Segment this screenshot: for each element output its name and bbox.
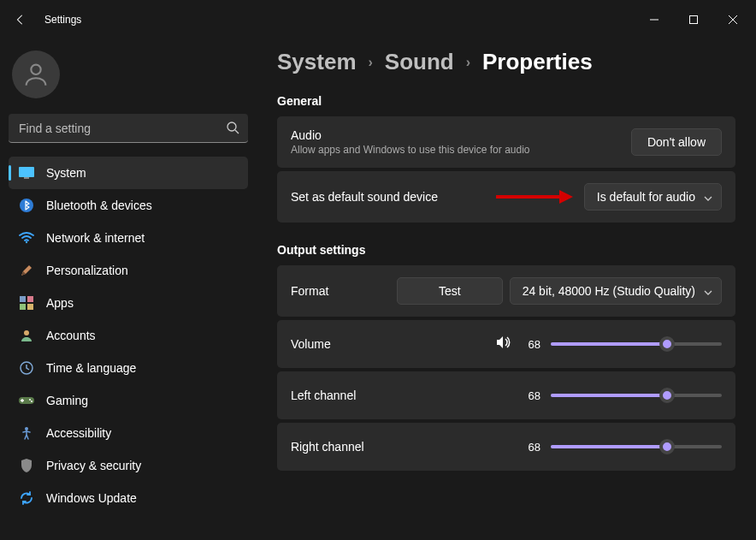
search-box[interactable] bbox=[9, 114, 248, 143]
window-title: Settings bbox=[44, 14, 81, 26]
chevron-down-icon bbox=[704, 190, 712, 204]
audio-title: Audio bbox=[291, 128, 631, 142]
svg-point-13 bbox=[24, 330, 29, 335]
svg-rect-1 bbox=[690, 15, 698, 23]
apps-icon bbox=[19, 295, 34, 311]
right-channel-label: Right channel bbox=[291, 440, 522, 454]
chevron-right-icon: › bbox=[466, 55, 470, 70]
sidebar: System Bluetooth & devices Network & int… bbox=[0, 39, 257, 540]
nav-item-time[interactable]: Time & language bbox=[9, 352, 248, 384]
left-channel-card: Left channel 68 bbox=[277, 371, 735, 419]
default-device-label: Set as default sound device bbox=[291, 190, 584, 204]
nav-item-accessibility[interactable]: Accessibility bbox=[9, 417, 248, 449]
svg-rect-11 bbox=[20, 304, 26, 310]
nav-list: System Bluetooth & devices Network & int… bbox=[9, 157, 248, 514]
nav-item-network[interactable]: Network & internet bbox=[9, 222, 248, 254]
nav-item-system[interactable]: System bbox=[9, 157, 248, 189]
back-button[interactable] bbox=[3, 3, 38, 37]
svg-point-17 bbox=[31, 401, 32, 402]
person-icon bbox=[19, 328, 34, 343]
breadcrumb-sound[interactable]: Sound bbox=[385, 49, 454, 75]
breadcrumb-system[interactable]: System bbox=[277, 49, 357, 75]
nav-label: System bbox=[46, 166, 86, 180]
nav-item-apps[interactable]: Apps bbox=[9, 287, 248, 319]
clock-icon bbox=[19, 360, 34, 376]
svg-rect-12 bbox=[27, 304, 33, 310]
user-avatar[interactable] bbox=[12, 50, 60, 98]
search-input[interactable] bbox=[9, 114, 248, 143]
dont-allow-button[interactable]: Don't allow bbox=[631, 128, 722, 156]
section-output: Output settings bbox=[277, 243, 735, 257]
nav-label: Time & language bbox=[46, 361, 136, 375]
svg-rect-10 bbox=[27, 296, 33, 302]
default-device-dropdown[interactable]: Is default for audio bbox=[584, 183, 722, 211]
test-button[interactable]: Test bbox=[397, 277, 503, 305]
nav-label: Apps bbox=[46, 296, 74, 310]
volume-slider[interactable] bbox=[551, 342, 722, 346]
nav-item-personalization[interactable]: Personalization bbox=[9, 254, 248, 287]
format-card: Format Test 24 bit, 48000 Hz (Studio Qua… bbox=[277, 265, 735, 317]
chevron-down-icon bbox=[704, 284, 712, 298]
volume-value: 68 bbox=[522, 338, 540, 351]
nav-label: Windows Update bbox=[46, 491, 137, 505]
right-channel-card: Right channel 68 bbox=[277, 423, 735, 471]
format-dropdown[interactable]: 24 bit, 48000 Hz (Studio Quality) bbox=[510, 277, 722, 305]
dropdown-value: 24 bit, 48000 Hz (Studio Quality) bbox=[523, 284, 695, 298]
right-slider[interactable] bbox=[551, 445, 722, 448]
nav-label: Bluetooth & devices bbox=[46, 199, 152, 212]
window-controls bbox=[635, 6, 753, 33]
left-slider[interactable] bbox=[551, 394, 722, 397]
audio-card: Audio Allow apps and Windows to use this… bbox=[277, 116, 735, 168]
nav-item-bluetooth[interactable]: Bluetooth & devices bbox=[9, 189, 248, 222]
display-icon bbox=[19, 165, 34, 181]
close-button[interactable] bbox=[713, 6, 753, 33]
nav-label: Accessibility bbox=[46, 426, 111, 440]
accessibility-icon bbox=[19, 425, 34, 441]
nav-label: Personalization bbox=[46, 264, 128, 277]
minimize-button[interactable] bbox=[635, 6, 674, 33]
left-value: 68 bbox=[522, 389, 540, 402]
svg-rect-6 bbox=[24, 177, 29, 179]
format-label: Format bbox=[291, 284, 397, 298]
nav-item-privacy[interactable]: Privacy & security bbox=[9, 449, 248, 482]
titlebar: Settings bbox=[0, 0, 756, 39]
chevron-right-icon: › bbox=[369, 55, 373, 70]
volume-label: Volume bbox=[291, 337, 496, 351]
gamepad-icon bbox=[19, 393, 34, 408]
volume-card: Volume 68 bbox=[277, 320, 735, 368]
breadcrumb-current: Properties bbox=[482, 49, 593, 75]
svg-rect-9 bbox=[20, 296, 26, 302]
main-content: System › Sound › Properties General Audi… bbox=[257, 39, 756, 540]
audio-desc: Allow apps and Windows to use this devic… bbox=[291, 144, 631, 156]
nav-item-update[interactable]: Windows Update bbox=[9, 482, 248, 514]
svg-line-4 bbox=[235, 130, 239, 134]
default-device-card: Set as default sound device Is default f… bbox=[277, 171, 735, 223]
nav-item-gaming[interactable]: Gaming bbox=[9, 384, 248, 417]
brush-icon bbox=[19, 263, 34, 278]
nav-label: Gaming bbox=[46, 394, 88, 407]
left-channel-label: Left channel bbox=[291, 389, 522, 402]
nav-label: Privacy & security bbox=[46, 459, 141, 472]
update-icon bbox=[19, 490, 34, 506]
svg-point-8 bbox=[26, 241, 27, 243]
svg-point-3 bbox=[227, 122, 236, 131]
breadcrumb: System › Sound › Properties bbox=[277, 49, 735, 75]
dropdown-value: Is default for audio bbox=[597, 190, 695, 204]
maximize-button[interactable] bbox=[674, 6, 713, 33]
right-value: 68 bbox=[522, 441, 540, 454]
search-icon bbox=[226, 121, 239, 138]
svg-rect-5 bbox=[19, 167, 34, 177]
shield-icon bbox=[19, 458, 34, 473]
nav-item-accounts[interactable]: Accounts bbox=[9, 319, 248, 352]
nav-label: Network & internet bbox=[46, 231, 145, 245]
bluetooth-icon bbox=[19, 198, 34, 213]
wifi-icon bbox=[19, 230, 34, 246]
svg-point-2 bbox=[31, 65, 40, 74]
svg-point-16 bbox=[29, 399, 31, 401]
nav-label: Accounts bbox=[46, 329, 96, 342]
section-general: General bbox=[277, 94, 735, 108]
speaker-icon[interactable] bbox=[496, 335, 511, 353]
